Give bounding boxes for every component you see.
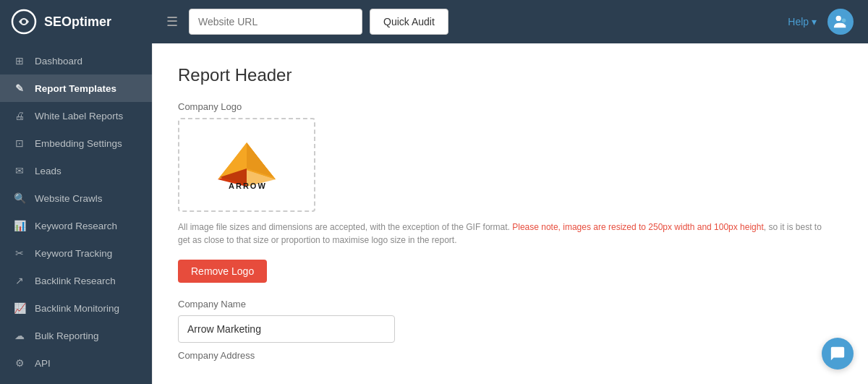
logo-text: SEOptimer bbox=[44, 14, 111, 30]
crawls-icon: 🔍 bbox=[13, 192, 26, 204]
embedding-icon: ⊡ bbox=[13, 137, 26, 149]
info-normal: All image file sizes and dimensions are … bbox=[178, 222, 512, 232]
sidebar-label-embedding: Embedding Settings bbox=[35, 138, 122, 149]
sidebar-item-backlink-monitoring[interactable]: 📈 Backlink Monitoring bbox=[0, 294, 152, 322]
chat-button[interactable] bbox=[822, 338, 854, 370]
kw-tracking-icon: ✂ bbox=[13, 247, 26, 259]
bulk-icon: ☁ bbox=[13, 330, 26, 341]
topbar-center: ☰ Quick Audit bbox=[152, 9, 773, 35]
logo-area: SEOptimer bbox=[0, 9, 152, 35]
user-icon bbox=[833, 14, 848, 30]
sidebar-item-keyword-research[interactable]: 📊 Keyword Research bbox=[0, 212, 152, 239]
bl-research-icon: ↗ bbox=[13, 275, 26, 286]
seoptimer-logo-icon bbox=[11, 9, 37, 35]
arrow-marketing-logo: ARROW marketing bbox=[207, 140, 286, 190]
api-icon: ⚙ bbox=[13, 357, 26, 369]
sidebar: ⊞ Dashboard ✎ Report Templates 🖨 White L… bbox=[0, 43, 152, 384]
sidebar-item-leads[interactable]: ✉ Leads bbox=[0, 157, 152, 184]
sidebar-item-report-templates[interactable]: ✎ Report Templates bbox=[0, 74, 152, 102]
main-layout: ⊞ Dashboard ✎ Report Templates 🖨 White L… bbox=[0, 43, 868, 384]
company-name-input[interactable] bbox=[178, 315, 395, 343]
logo-info-text: All image file sizes and dimensions are … bbox=[178, 221, 829, 247]
sidebar-item-backlink-research[interactable]: ↗ Backlink Research bbox=[0, 267, 152, 294]
sidebar-item-bulk-reporting[interactable]: ☁ Bulk Reporting bbox=[0, 322, 152, 349]
white-label-icon: 🖨 bbox=[13, 110, 26, 121]
sidebar-label-kw-research: Keyword Research bbox=[35, 221, 117, 231]
sidebar-label-report-templates: Report Templates bbox=[35, 83, 116, 94]
url-input[interactable] bbox=[189, 9, 362, 35]
sidebar-label-white-label: White Label Reports bbox=[35, 111, 123, 121]
topbar-right: Help ▾ bbox=[773, 9, 868, 35]
svg-point-3 bbox=[842, 18, 846, 22]
kw-research-icon: 📊 bbox=[13, 220, 26, 231]
svg-point-2 bbox=[836, 16, 841, 21]
company-logo-label: Company Logo bbox=[178, 101, 843, 112]
svg-point-1 bbox=[22, 20, 26, 24]
sidebar-item-keyword-tracking[interactable]: ✂ Keyword Tracking bbox=[0, 239, 152, 267]
sidebar-item-dashboard[interactable]: ⊞ Dashboard bbox=[0, 47, 152, 74]
sidebar-item-website-crawls[interactable]: 🔍 Website Crawls bbox=[0, 184, 152, 212]
logo-upload-box[interactable]: ARROW marketing bbox=[178, 118, 315, 212]
sidebar-label-crawls: Website Crawls bbox=[35, 193, 103, 204]
report-templates-icon: ✎ bbox=[13, 82, 26, 94]
sidebar-label-bl-research: Backlink Research bbox=[35, 276, 116, 286]
sidebar-label-leads: Leads bbox=[35, 166, 61, 176]
leads-icon: ✉ bbox=[13, 165, 26, 176]
sidebar-item-white-label[interactable]: 🖨 White Label Reports bbox=[0, 102, 152, 129]
sidebar-label-bl-monitoring: Backlink Monitoring bbox=[35, 303, 119, 314]
sidebar-label-dashboard: Dashboard bbox=[35, 56, 82, 67]
page-title: Report Header bbox=[178, 65, 843, 85]
sidebar-item-api[interactable]: ⚙ API bbox=[0, 349, 152, 377]
bl-monitoring-icon: 📈 bbox=[13, 302, 26, 314]
content-area: Report Header Company Logo ARROW m bbox=[152, 43, 868, 384]
dashboard-icon: ⊞ bbox=[13, 55, 26, 67]
sidebar-item-embedding[interactable]: ⊡ Embedding Settings bbox=[0, 129, 152, 157]
chat-icon bbox=[830, 346, 846, 362]
sidebar-label-bulk: Bulk Reporting bbox=[35, 330, 99, 341]
user-avatar[interactable] bbox=[827, 9, 854, 35]
help-button[interactable]: Help ▾ bbox=[788, 16, 817, 27]
topbar: SEOptimer ☰ Quick Audit Help ▾ bbox=[0, 0, 868, 43]
svg-text:ARROW: ARROW bbox=[229, 182, 267, 190]
hamburger-button[interactable]: ☰ bbox=[163, 10, 182, 33]
sidebar-label-api: API bbox=[35, 358, 51, 369]
company-name-label: Company Name bbox=[178, 299, 843, 310]
sidebar-label-kw-tracking: Keyword Tracking bbox=[35, 248, 112, 259]
remove-logo-button[interactable]: Remove Logo bbox=[178, 260, 267, 283]
logo-preview: ARROW marketing bbox=[207, 140, 286, 190]
info-highlight: Please note, images are resized to 250px… bbox=[512, 222, 764, 232]
company-address-label: Company Address bbox=[178, 350, 843, 361]
quick-audit-button[interactable]: Quick Audit bbox=[370, 9, 448, 35]
